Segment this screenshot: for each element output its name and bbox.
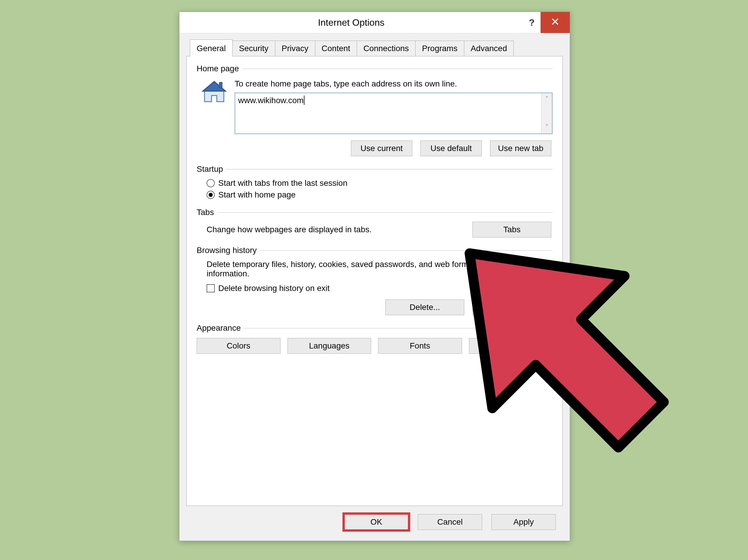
dialog-footer: OK Cancel Apply (186, 506, 563, 530)
scroll-up-icon[interactable]: ˄ (545, 95, 548, 103)
text-caret (304, 95, 304, 105)
tabs-description: Change how webpages are displayed in tab… (207, 225, 372, 234)
use-current-button[interactable]: Use current (351, 141, 412, 156)
cancel-button[interactable]: Cancel (418, 514, 482, 530)
use-default-button[interactable]: Use default (420, 141, 482, 156)
tab-advanced[interactable]: Advanced (464, 41, 514, 56)
group-startup-label: Startup (197, 164, 223, 174)
radio-home-page[interactable] (207, 191, 215, 199)
delete-button[interactable]: Delete... (385, 299, 464, 315)
radio-last-session-label: Start with tabs from the last session (218, 179, 347, 188)
accessibility-button[interactable]: Accessibility (469, 338, 553, 354)
apply-button[interactable]: Apply (491, 514, 556, 530)
tab-general[interactable]: General (190, 40, 233, 56)
group-tabs: Tabs Change how webpages are displayed i… (197, 208, 553, 237)
divider (217, 212, 553, 213)
close-icon (551, 18, 559, 27)
dialog-title: Internet Options (180, 17, 523, 28)
svg-rect-2 (219, 83, 222, 88)
fonts-button[interactable]: Fonts (378, 338, 462, 354)
use-new-tab-button[interactable]: Use new tab (490, 141, 551, 156)
radio-last-session[interactable] (207, 179, 215, 187)
delete-on-exit-checkbox[interactable] (207, 284, 215, 293)
home-page-instruction: To create home page tabs, type each addr… (235, 79, 553, 89)
colors-button[interactable]: Colors (197, 338, 281, 354)
divider (242, 69, 553, 69)
tab-programs[interactable]: Programs (415, 41, 464, 56)
group-appearance: Appearance Colors Languages Fonts Access… (197, 323, 553, 354)
divider (227, 169, 553, 169)
history-settings-button[interactable]: Settings (472, 299, 551, 315)
scrollbar[interactable]: ˄ ˅ (541, 93, 552, 134)
radio-home-page-label: Start with home page (218, 190, 296, 200)
dialog-client: General Security Privacy Content Connect… (180, 33, 570, 541)
close-button[interactable] (541, 12, 570, 33)
group-tabs-label: Tabs (197, 208, 214, 217)
group-browsing-history-label: Browsing history (197, 246, 257, 255)
tab-content[interactable]: Content (315, 41, 357, 56)
group-appearance-label: Appearance (197, 323, 241, 333)
tab-connections[interactable]: Connections (357, 41, 416, 56)
divider (260, 250, 553, 251)
browsing-history-description: Delete temporary files, history, cookies… (207, 260, 499, 278)
internet-options-dialog: Internet Options ? General Security Priv… (179, 12, 570, 541)
languages-button[interactable]: Languages (287, 338, 371, 354)
group-home-page-label: Home page (197, 64, 239, 73)
group-browsing-history: Browsing history Delete temporary files,… (197, 246, 553, 315)
home-page-input[interactable]: www.wikihow.com ˄ ˅ (235, 93, 553, 134)
group-startup: Startup Start with tabs from the last se… (197, 164, 553, 200)
scroll-down-icon[interactable]: ˅ (545, 123, 548, 131)
tab-strip: General Security Privacy Content Connect… (186, 38, 563, 56)
delete-on-exit-label: Delete browsing history on exit (218, 284, 330, 293)
group-home-page: Home page To create home page tabs, type… (197, 64, 553, 156)
tab-security[interactable]: Security (232, 41, 275, 56)
tab-panel-general: Home page To create home page tabs, type… (186, 56, 563, 506)
ok-button[interactable]: OK (344, 514, 408, 530)
help-button[interactable]: ? (523, 12, 541, 33)
tab-privacy[interactable]: Privacy (275, 41, 315, 56)
home-page-value: www.wikihow.com (238, 96, 304, 105)
tabs-button[interactable]: Tabs (472, 222, 551, 237)
home-icon (200, 78, 228, 108)
divider (244, 328, 553, 328)
titlebar: Internet Options ? (180, 12, 570, 33)
